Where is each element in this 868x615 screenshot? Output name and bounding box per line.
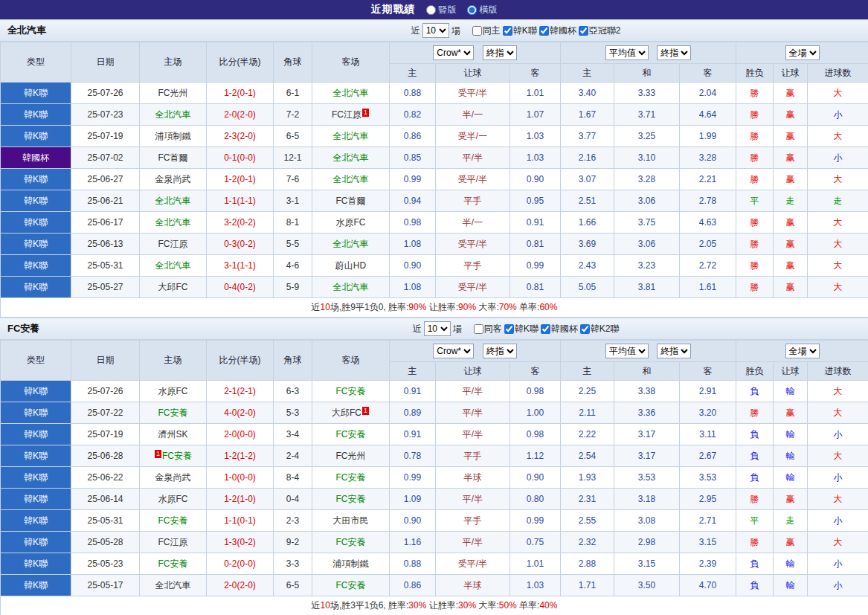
team-name[interactable]: 全北汽車	[155, 196, 191, 206]
team-name[interactable]: 金泉尚武	[155, 472, 191, 483]
vertical-layout-radio[interactable]	[426, 5, 436, 15]
team-name[interactable]: 水原FC	[158, 494, 188, 504]
league-filter-2[interactable]: 韓國杯	[539, 25, 576, 37]
final-euro-odds-select[interactable]: 終指	[657, 344, 691, 358]
team-name[interactable]: FC江原	[332, 109, 361, 120]
league-cell[interactable]: 韓K聯	[1, 234, 71, 255]
team-name[interactable]: 浦項制鐵	[333, 558, 369, 569]
team-name[interactable]: FC安養	[336, 580, 366, 590]
league-checkbox-2[interactable]	[541, 324, 550, 334]
league-checkbox-3[interactable]	[579, 26, 588, 36]
league-cell[interactable]: 韓K聯	[1, 575, 71, 596]
league-cell[interactable]: 韓K聯	[1, 532, 71, 553]
team-name[interactable]: FC光州	[336, 451, 366, 461]
league-cell[interactable]: 韓K聯	[1, 255, 71, 277]
team-name[interactable]: FC首爾	[158, 152, 188, 163]
result-cell: 勝	[736, 234, 774, 255]
vertical-layout-option[interactable]: 豎版	[426, 4, 457, 16]
eu-home-odds: 2.11	[561, 402, 614, 424]
team-name[interactable]: 蔚山HD	[335, 260, 366, 271]
league-checkbox-3[interactable]	[580, 324, 590, 334]
team-name[interactable]: 大田市民	[333, 515, 369, 526]
league-filter-2[interactable]: 韓國杯	[541, 323, 578, 335]
final-euro-odds-select[interactable]: 終指	[657, 45, 691, 60]
team-name[interactable]: 全北汽車	[333, 131, 369, 141]
team-name[interactable]: 水原FC	[158, 386, 188, 396]
team-name[interactable]: FC首爾	[336, 196, 366, 206]
horizontal-layout-radio[interactable]	[467, 5, 477, 15]
league-cell[interactable]: 韓K聯	[1, 510, 71, 532]
result-cell: 勝	[736, 532, 774, 553]
league-cell[interactable]: 韓K聯	[1, 126, 71, 147]
league-cell[interactable]: 韓K聯	[1, 402, 71, 424]
team-name[interactable]: FC安養	[158, 408, 188, 418]
average-odds-select[interactable]: 平均值	[605, 344, 649, 358]
team-name[interactable]: 全北汽車	[333, 239, 369, 249]
bookmaker-select[interactable]: Crow*	[433, 45, 474, 60]
team-name[interactable]: 全北汽車	[155, 217, 191, 228]
team-name[interactable]: FC安養	[336, 472, 366, 483]
league-cell[interactable]: 韓K聯	[1, 212, 71, 234]
team-name[interactable]: 全北汽車	[333, 152, 369, 163]
team-name[interactable]: FC安養	[158, 515, 188, 526]
same-side-checkbox[interactable]	[474, 324, 483, 334]
horizontal-layout-option[interactable]: 橫版	[467, 4, 498, 16]
team-name[interactable]: FC光州	[158, 88, 188, 98]
team-name[interactable]: FC安養	[162, 451, 192, 461]
league-filter-1[interactable]: 韓K聯	[504, 323, 539, 335]
home-team-cell: 金泉尚武	[140, 169, 207, 190]
final-odds-select[interactable]: 終指	[483, 45, 517, 60]
team-name[interactable]: 全北汽車	[155, 260, 191, 271]
team-name[interactable]: 大邱FC	[158, 282, 188, 292]
team-name[interactable]: 全北汽車	[155, 109, 191, 120]
team-name[interactable]: FC安養	[336, 429, 366, 439]
team-name[interactable]: 濟州SK	[158, 429, 187, 439]
same-side-checkbox[interactable]	[472, 26, 482, 36]
ah-away-odds: 1.03	[510, 575, 561, 596]
team-name[interactable]: 金泉尚武	[155, 174, 191, 184]
league-label-3: 韓K2聯	[591, 323, 620, 335]
league-filter-3[interactable]: 亞冠聯2	[579, 25, 621, 37]
league-cell[interactable]: 韓K聯	[1, 83, 71, 104]
league-cell[interactable]: 韓K聯	[1, 553, 71, 575]
league-cell[interactable]: 韓國杯	[1, 147, 71, 169]
team-name[interactable]: FC安養	[336, 386, 366, 396]
league-checkbox-1[interactable]	[504, 324, 514, 334]
team-name[interactable]: FC安養	[158, 558, 188, 569]
league-cell[interactable]: 韓K聯	[1, 104, 71, 126]
same-side-filter[interactable]: 同客	[474, 323, 502, 335]
league-checkbox-2[interactable]	[539, 26, 549, 36]
league-cell[interactable]: 韓K聯	[1, 381, 71, 402]
bookmaker-select[interactable]: Crow*	[433, 344, 474, 358]
recent-count-select[interactable]: 10	[424, 321, 451, 336]
away-team-cell: 全北汽車	[312, 169, 390, 190]
league-cell[interactable]: 韓K聯	[1, 445, 71, 467]
league-cell[interactable]: 韓K聯	[1, 467, 71, 489]
team-name[interactable]: FC江原	[158, 537, 188, 547]
team-name[interactable]: 全北汽車	[333, 282, 369, 292]
league-cell[interactable]: 韓K聯	[1, 190, 71, 212]
team-name[interactable]: 水原FC	[336, 217, 366, 228]
league-filter-1[interactable]: 韓K聯	[503, 25, 537, 37]
league-cell[interactable]: 韓K聯	[1, 277, 71, 298]
league-cell[interactable]: 韓K聯	[1, 489, 71, 510]
team-name[interactable]: 浦項制鐵	[155, 131, 191, 141]
league-cell[interactable]: 韓K聯	[1, 169, 71, 190]
league-filter-3[interactable]: 韓K2聯	[580, 323, 620, 335]
league-checkbox-1[interactable]	[503, 26, 512, 36]
team-name[interactable]: FC安養	[336, 494, 366, 504]
average-odds-select[interactable]: 平均值	[605, 45, 649, 60]
team-name[interactable]: 全北汽車	[155, 580, 191, 590]
team-name[interactable]: FC江原	[158, 239, 188, 249]
scope-select[interactable]: 全場	[785, 344, 820, 358]
summary-segment: 90%	[458, 302, 476, 312]
team-name[interactable]: 大邱FC	[332, 408, 361, 418]
scope-select[interactable]: 全場	[785, 45, 820, 60]
league-cell[interactable]: 韓K聯	[1, 424, 71, 445]
recent-count-select[interactable]: 10	[422, 23, 449, 38]
team-name[interactable]: FC安養	[336, 537, 366, 547]
same-side-filter[interactable]: 同主	[472, 25, 501, 37]
final-odds-select[interactable]: 終指	[483, 344, 517, 358]
team-name[interactable]: 全北汽車	[333, 174, 369, 184]
team-name[interactable]: 全北汽車	[333, 88, 369, 98]
